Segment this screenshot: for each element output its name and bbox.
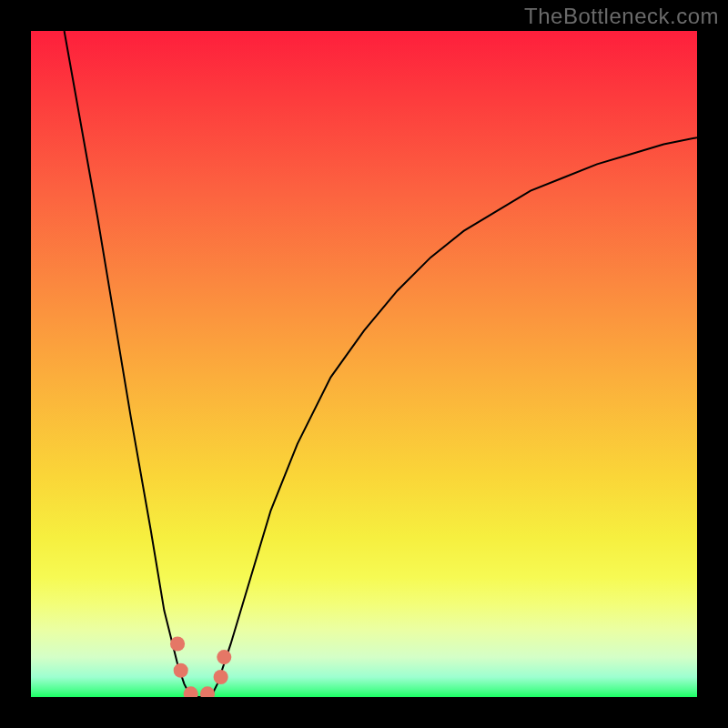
watermark-text: TheBottleneck.com <box>524 4 719 29</box>
chart-frame: TheBottleneck.com <box>0 0 728 728</box>
plot-area <box>31 31 697 697</box>
